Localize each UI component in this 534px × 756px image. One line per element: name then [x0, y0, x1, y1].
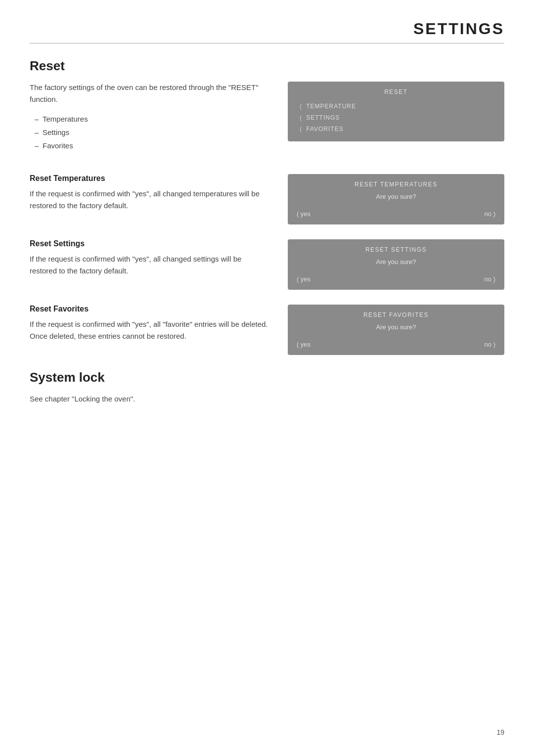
system-lock-title: System lock [30, 370, 504, 385]
reset-panel-title: RESET [297, 89, 495, 95]
reset-settings-panel-footer: ( yes no ) [297, 275, 495, 283]
system-lock-section: System lock See chapter "Locking the ove… [30, 370, 504, 405]
reset-settings-panel: RESET SETTINGS Are you sure? ( yes no ) [288, 239, 504, 290]
bullet-settings: Settings [35, 126, 268, 139]
reset-favorites-panel-container: RESET FAVORITES Are you sure? ( yes no ) [288, 305, 504, 355]
paren-icon-temperature: ( [300, 102, 302, 110]
reset-settings-yes[interactable]: ( yes [297, 275, 311, 283]
reset-panel-item-settings: SETTINGS [306, 114, 340, 121]
reset-temperatures-subsection: Reset Temperatures If the request is con… [30, 174, 504, 224]
paren-icon-settings: ( [300, 114, 302, 121]
reset-temperatures-left: Reset Temperatures If the request is con… [30, 174, 268, 219]
page-title: SETTINGS [30, 20, 504, 38]
reset-temperatures-no[interactable]: no ) [485, 210, 495, 218]
reset-settings-subsection: Reset Settings If the request is confirm… [30, 239, 504, 290]
reset-bullet-list: Temperatures Settings Favorites [35, 112, 268, 152]
reset-favorites-layout: Reset Favorites If the request is confir… [30, 305, 504, 355]
reset-favorites-body: If the request is confirmed with "yes", … [30, 318, 268, 342]
reset-favorites-yes[interactable]: ( yes [297, 341, 311, 348]
page-number: 19 [496, 728, 504, 736]
reset-temperatures-panel-title: RESET TEMPERATURES [297, 181, 495, 188]
reset-temperatures-panel-container: RESET TEMPERATURES Are you sure? ( yes n… [288, 174, 504, 224]
bullet-temperatures: Temperatures [35, 112, 268, 126]
reset-favorites-left: Reset Favorites If the request is confir… [30, 305, 268, 349]
reset-settings-panel-subtitle: Are you sure? [297, 258, 495, 266]
page-header: SETTINGS [30, 20, 504, 38]
reset-panel-row-favorites: ( FAVORITES [297, 123, 495, 134]
reset-favorites-no[interactable]: no ) [485, 341, 495, 348]
reset-favorites-panel-subtitle: Are you sure? [297, 323, 495, 331]
reset-favorites-subsection: Reset Favorites If the request is confir… [30, 305, 504, 355]
reset-temperatures-panel-footer: ( yes no ) [297, 210, 495, 218]
reset-settings-panel-title: RESET SETTINGS [297, 246, 495, 253]
reset-display-panel: RESET ( TEMPERATURE ( SETTINGS ( FAVORIT… [288, 82, 504, 141]
reset-favorites-title: Reset Favorites [30, 305, 268, 313]
reset-settings-body: If the request is confirmed with "yes", … [30, 253, 268, 277]
reset-panel-container: RESET ( TEMPERATURE ( SETTINGS ( FAVORIT… [288, 82, 504, 159]
reset-title: Reset [30, 58, 504, 74]
reset-section: Reset The factory settings of the oven c… [30, 58, 504, 159]
reset-intro-left: The factory settings of the oven can be … [30, 82, 268, 159]
reset-panel-row-temperature: ( TEMPERATURE [297, 100, 495, 112]
reset-intro-text: The factory settings of the oven can be … [30, 82, 268, 105]
reset-temperatures-panel: RESET TEMPERATURES Are you sure? ( yes n… [288, 174, 504, 224]
reset-temperatures-yes[interactable]: ( yes [297, 210, 311, 218]
reset-favorites-panel: RESET FAVORITES Are you sure? ( yes no ) [288, 305, 504, 355]
reset-panel-row-settings: ( SETTINGS [297, 112, 495, 123]
bullet-favorites: Favorites [35, 139, 268, 152]
reset-settings-panel-container: RESET SETTINGS Are you sure? ( yes no ) [288, 239, 504, 290]
reset-temperatures-panel-subtitle: Are you sure? [297, 193, 495, 200]
reset-favorites-panel-footer: ( yes no ) [297, 341, 495, 348]
reset-panel-item-favorites: FAVORITES [306, 126, 343, 133]
reset-settings-title: Reset Settings [30, 239, 268, 248]
reset-settings-left: Reset Settings If the request is confirm… [30, 239, 268, 284]
header-divider [30, 43, 504, 44]
system-lock-body: See chapter "Locking the oven". [30, 393, 504, 405]
reset-intro-layout: The factory settings of the oven can be … [30, 82, 504, 159]
reset-favorites-panel-title: RESET FAVORITES [297, 311, 495, 318]
reset-temperatures-title: Reset Temperatures [30, 174, 268, 183]
paren-icon-favorites: ( [300, 125, 302, 133]
reset-temperatures-layout: Reset Temperatures If the request is con… [30, 174, 504, 224]
reset-temperatures-body: If the request is confirmed with "yes", … [30, 188, 268, 212]
reset-settings-no[interactable]: no ) [485, 275, 495, 283]
reset-panel-item-temperature: TEMPERATURE [306, 103, 356, 110]
reset-settings-layout: Reset Settings If the request is confirm… [30, 239, 504, 290]
